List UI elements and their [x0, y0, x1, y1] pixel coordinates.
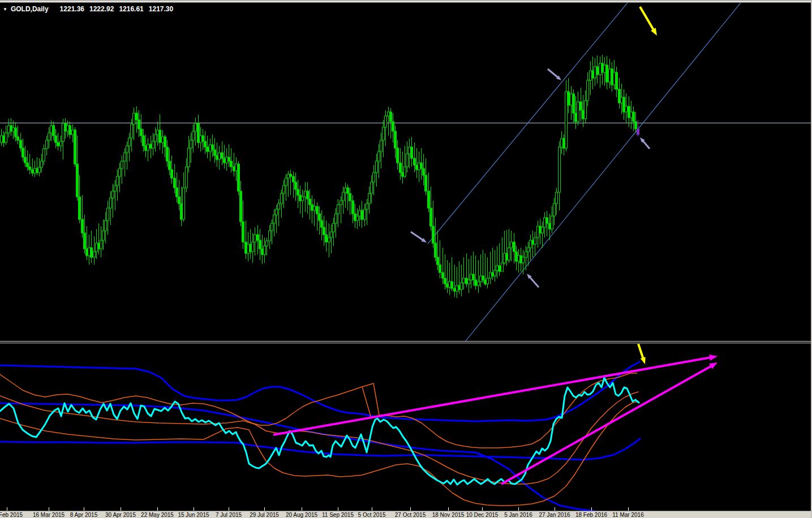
time-label: 20 Feb 2015 [0, 511, 23, 518]
time-axis[interactable]: 20 Feb 201516 Mar 20158 Apr 201530 Apr 2… [0, 511, 812, 518]
candle [238, 161, 240, 195]
ohlc-low: 1216.61 [119, 5, 143, 13]
time-label: 15 Jun 2015 [178, 511, 209, 518]
time-label: 18 Feb 2016 [575, 511, 607, 518]
ohlc-open: 1221.36 [60, 5, 84, 13]
chart-title: ▼ GOLD,Daily 1221.36 1222.92 1216.61 121… [3, 5, 178, 13]
chart-window: ▼ GOLD,Daily 1221.36 1222.92 1216.61 121… [0, 0, 812, 518]
chart-canvas[interactable] [0, 0, 812, 518]
time-label: 30 Apr 2015 [105, 511, 136, 518]
time-label: 11 Sep 2015 [322, 511, 354, 518]
time-label: 27 Jan 2016 [539, 511, 570, 518]
time-label: 29 Jul 2015 [250, 511, 279, 518]
time-label: 5 Jan 2016 [504, 511, 532, 518]
time-label: 7 Jul 2015 [216, 511, 242, 518]
time-label: 16 Mar 2015 [33, 511, 65, 518]
time-label: 11 Mar 2016 [612, 511, 643, 518]
symbol-timeframe-label: GOLD,Daily [11, 5, 49, 13]
time-label: 8 Apr 2015 [70, 511, 97, 518]
time-label: 18 Nov 2015 [432, 511, 465, 518]
time-label: 22 May 2015 [141, 511, 174, 518]
time-label: 10 Dec 2015 [466, 511, 499, 518]
candle [74, 127, 76, 167]
time-label: 5 Oct 2015 [358, 511, 386, 518]
ohlc-close: 1217.30 [149, 5, 173, 13]
chevron-down-icon[interactable]: ▼ [3, 7, 7, 12]
time-label: 20 Aug 2015 [286, 511, 317, 518]
window-top-border [0, 0, 812, 3]
ohlc-high: 1222.92 [89, 5, 114, 13]
time-label: 27 Oct 2015 [395, 511, 426, 518]
